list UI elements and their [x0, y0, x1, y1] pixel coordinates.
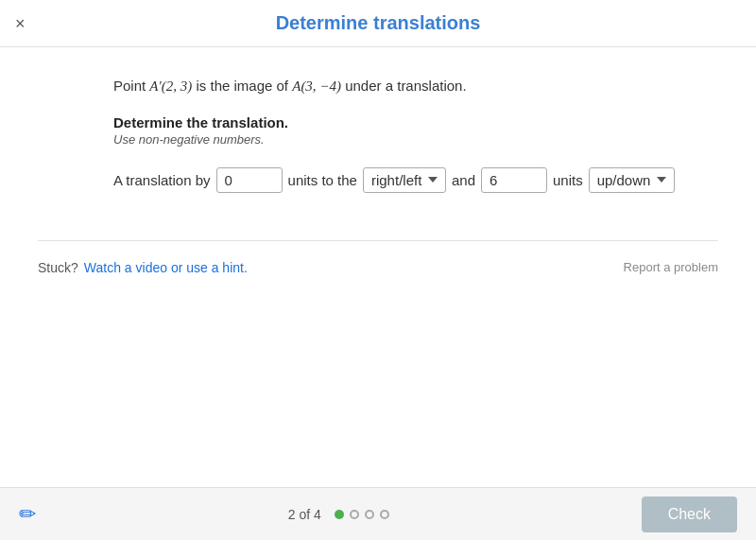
- direction-horizontal-select[interactable]: right/left right left: [363, 167, 446, 193]
- translation-amount-input[interactable]: [216, 167, 283, 193]
- stuck-left: Stuck? Watch a video or use a hint.: [38, 260, 248, 275]
- and-label: and: [452, 172, 475, 188]
- translation-prefix: A translation by: [113, 172, 211, 188]
- footer-center: 2 of 4: [288, 507, 389, 522]
- dot-4: [380, 510, 389, 519]
- check-button[interactable]: Check: [642, 496, 737, 532]
- progress-dots: [335, 510, 389, 519]
- page-title: Determine translations: [276, 12, 481, 34]
- stuck-row: Stuck? Watch a video or use a hint. Repo…: [0, 260, 756, 275]
- header: × Determine translations: [0, 0, 756, 47]
- point-a-prime: A′(2, 3): [149, 78, 192, 94]
- stuck-label: Stuck?: [38, 260, 78, 275]
- translation-row: A translation by units to the right/left…: [113, 167, 718, 193]
- units-label: units: [553, 172, 583, 188]
- footer: ✏ 2 of 4 Check: [0, 487, 756, 540]
- progress-text: 2 of 4: [288, 507, 321, 522]
- direction-vertical-select[interactable]: up/down up down: [589, 167, 675, 193]
- report-problem-link[interactable]: Report a problem: [624, 260, 718, 274]
- sub-label: Use non-negative numbers.: [113, 132, 718, 147]
- hint-link[interactable]: Watch a video or use a hint.: [84, 260, 248, 275]
- close-button[interactable]: ×: [15, 15, 26, 32]
- main-content: Point A′(2, 3) is the image of A(3, −4) …: [0, 47, 756, 212]
- determine-label: Determine the translation.: [113, 114, 718, 131]
- pencil-icon: ✏: [19, 502, 36, 527]
- dot-1: [335, 510, 344, 519]
- divider: [38, 240, 718, 241]
- point-a: A(3, −4): [292, 78, 341, 94]
- units-to-the-label: units to the: [288, 172, 357, 188]
- dot-3: [365, 510, 374, 519]
- dot-2: [350, 510, 359, 519]
- translation-vertical-input[interactable]: [481, 167, 547, 193]
- problem-statement: Point A′(2, 3) is the image of A(3, −4) …: [113, 76, 718, 97]
